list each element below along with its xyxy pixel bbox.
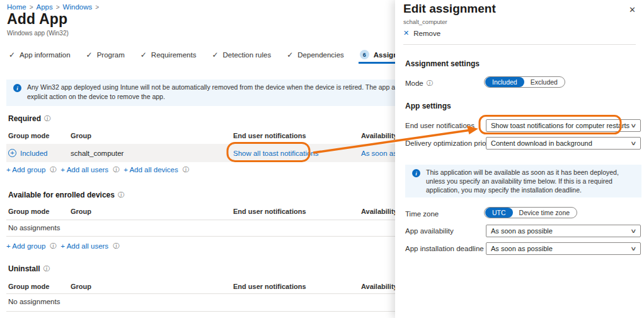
step-number-badge: 6 xyxy=(360,50,369,59)
plus-circle-icon: + xyxy=(8,149,16,157)
tab-label: Detection rules xyxy=(223,51,272,59)
delivery-optimization-select[interactable]: Content download in background ∨ xyxy=(486,137,641,150)
select-value: As soon as possible xyxy=(491,245,553,252)
breadcrumb-home[interactable]: Home xyxy=(7,3,26,11)
time-zone-toggle[interactable]: UTC Device time zone xyxy=(484,207,577,218)
breadcrumb: Home > Apps > Windows > xyxy=(7,3,99,11)
label-text: App availability xyxy=(405,227,454,235)
add-app-page: Home > Apps > Windows > Add App Windows … xyxy=(0,0,644,318)
tab-label: Requirements xyxy=(151,51,197,59)
section-label: Uninstall xyxy=(8,264,40,273)
time-zone-label: Time zone xyxy=(405,210,439,218)
column-header-group-mode: Group mode xyxy=(8,208,71,215)
remove-button[interactable]: ✕ Remove xyxy=(403,29,440,37)
panel-title: Edit assignment xyxy=(403,2,496,16)
required-section-title: Required ⓘ xyxy=(8,114,50,123)
close-icon[interactable]: ✕ xyxy=(629,5,636,15)
check-icon: ✓ xyxy=(287,50,293,59)
assignment-settings-heading: Assignment settings xyxy=(405,59,480,68)
info-icon: i xyxy=(412,169,420,177)
end-user-notifications-label: End user notifications xyxy=(405,122,474,129)
label-text: Delivery optimization priority xyxy=(405,139,496,147)
add-all-devices-link[interactable]: + Add all devices xyxy=(124,166,178,174)
column-header-end-user-notifications: End user notifications xyxy=(233,208,361,215)
mode-included-option[interactable]: Included xyxy=(485,77,524,87)
info-icon: ⓘ xyxy=(44,114,50,123)
wizard-steps: ✓ App information ✓ Program ✓ Requiremen… xyxy=(9,50,461,59)
end-user-notifications-link[interactable]: Show all toast notifications xyxy=(233,150,361,157)
mode-toggle[interactable]: Included Excluded xyxy=(484,76,565,88)
add-group-link[interactable]: + Add group xyxy=(6,242,45,250)
end-user-notifications-select[interactable]: Show toast notifications for computer re… xyxy=(486,119,641,132)
info-icon: ⓘ xyxy=(118,191,124,199)
section-label: Available for enrolled devices xyxy=(8,191,115,199)
panel-subtitle: schalt_computer xyxy=(403,18,447,25)
available-empty-row: No assignments xyxy=(8,224,60,232)
tab-app-information[interactable]: ✓ App information xyxy=(9,50,71,59)
label-text: Time zone xyxy=(405,210,439,218)
tab-requirements[interactable]: ✓ Requirements xyxy=(141,50,197,59)
info-icon: i xyxy=(13,84,21,92)
available-section-title: Available for enrolled devices ⓘ xyxy=(8,191,124,199)
page-title: Add App xyxy=(7,11,67,28)
info-icon: ⓘ xyxy=(50,242,56,250)
group-cell: schalt_computer xyxy=(71,150,233,157)
info-icon: ⓘ xyxy=(427,79,433,88)
label-text: End user notifications xyxy=(405,122,474,129)
divider xyxy=(403,44,636,45)
required-add-links: + Add group ⓘ + Add all users ⓘ + Add al… xyxy=(6,165,189,174)
group-mode-label: Included xyxy=(20,150,47,157)
select-value: Content download in background xyxy=(491,139,592,147)
remove-x-icon: ✕ xyxy=(403,29,409,37)
column-header-group: Group xyxy=(71,132,233,139)
uninstall-empty-row: No assignments xyxy=(8,298,60,305)
column-header-end-user-notifications: End user notifications xyxy=(233,283,361,290)
breadcrumb-separator: > xyxy=(95,4,99,11)
chevron-down-icon: ∨ xyxy=(630,245,637,252)
app-availability-select[interactable]: As soon as possible ∨ xyxy=(486,225,641,237)
column-header-group: Group xyxy=(71,208,233,215)
check-icon: ✓ xyxy=(86,50,93,59)
select-value: As soon as possible xyxy=(491,227,553,235)
info-icon: ⓘ xyxy=(113,242,119,250)
delivery-optimization-label: Delivery optimization priority xyxy=(405,139,496,147)
add-all-users-link[interactable]: + Add all users xyxy=(60,166,108,174)
section-label: Required xyxy=(8,114,41,123)
add-all-users-link[interactable]: + Add all users xyxy=(60,242,108,250)
chevron-down-icon: ∨ xyxy=(630,228,637,234)
breadcrumb-windows[interactable]: Windows xyxy=(63,3,93,11)
label-text: Mode xyxy=(405,80,423,87)
breadcrumb-separator: > xyxy=(56,4,60,11)
availability-info-box: i This application will be available as … xyxy=(405,165,641,197)
chevron-down-icon: ∨ xyxy=(630,140,637,146)
add-group-link[interactable]: + Add group xyxy=(6,166,45,174)
breadcrumb-apps[interactable]: Apps xyxy=(37,3,53,11)
info-icon: ⓘ xyxy=(183,165,189,174)
column-header-end-user-notifications: End user notifications xyxy=(233,132,361,139)
app-availability-label: App availability xyxy=(405,227,454,235)
utc-option[interactable]: UTC xyxy=(485,208,513,218)
page-subtitle: Windows app (Win32) xyxy=(7,30,69,37)
tab-program[interactable]: ✓ Program xyxy=(86,50,125,59)
info-icon: ⓘ xyxy=(43,264,50,273)
app-installation-deadline-select[interactable]: As soon as possible ∨ xyxy=(486,242,641,255)
device-time-zone-option[interactable]: Device time zone xyxy=(513,209,577,216)
group-mode-cell: + Included xyxy=(8,149,71,157)
tab-dependencies[interactable]: ✓ Dependencies xyxy=(287,50,344,59)
tab-detection-rules[interactable]: ✓ Detection rules xyxy=(212,50,271,59)
mode-label: Mode ⓘ xyxy=(405,79,433,88)
column-header-group: Group xyxy=(71,283,233,290)
available-add-links: + Add group ⓘ + Add all users ⓘ xyxy=(6,242,119,250)
tab-label: Program xyxy=(97,51,125,59)
uninstall-section-title: Uninstall ⓘ xyxy=(8,264,50,273)
select-value: Show toast notifications for computer re… xyxy=(491,122,630,129)
info-icon: ⓘ xyxy=(50,165,56,174)
remove-label: Remove xyxy=(413,30,440,37)
info-box-text: This application will be available as so… xyxy=(426,168,636,194)
info-icon: ⓘ xyxy=(113,165,119,174)
label-text: App installation deadline xyxy=(405,245,484,252)
column-header-group-mode: Group mode xyxy=(8,132,71,139)
column-header-group-mode: Group mode xyxy=(8,283,71,290)
tab-label: Dependencies xyxy=(297,51,344,59)
mode-excluded-option[interactable]: Excluded xyxy=(524,78,564,86)
